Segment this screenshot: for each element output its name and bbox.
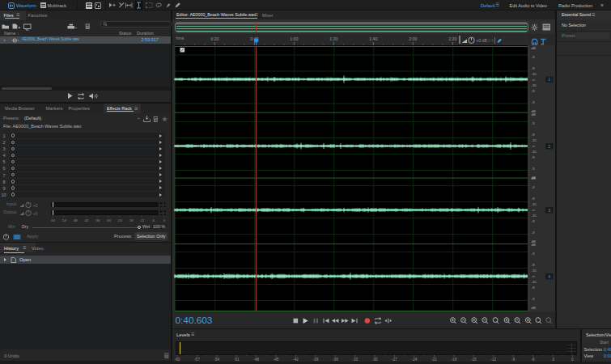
svg-text:-9: -9 <box>532 133 535 137</box>
svg-text:dB: dB <box>532 306 536 310</box>
svg-text:+0: +0 <box>33 203 38 208</box>
svg-text:-18: -18 <box>128 218 134 222</box>
svg-text:dB: dB <box>532 243 536 247</box>
svg-text:-15: -15 <box>532 83 537 87</box>
svg-text:-54: -54 <box>62 218 67 222</box>
svg-text:dB: dB <box>532 112 536 116</box>
svg-text:-15: -15 <box>532 214 537 218</box>
svg-text:-9: -9 <box>532 66 535 70</box>
svg-text:1:20: 1:20 <box>329 36 337 41</box>
svg-text:-3: -3 <box>532 121 535 125</box>
svg-text:-60: -60 <box>50 218 56 222</box>
svg-text:2:20: 2:20 <box>448 36 456 41</box>
svg-text:2:4: 2:4 <box>488 38 494 42</box>
svg-text:-9: -9 <box>532 219 535 223</box>
svg-text:-∞: -∞ <box>532 208 536 212</box>
svg-text:-3: -3 <box>532 185 535 189</box>
svg-text:-9: -9 <box>532 263 535 267</box>
svg-text:-3: -3 <box>532 167 535 171</box>
svg-text:2:00: 2:00 <box>409 36 417 41</box>
svg-text:3: 3 <box>548 208 550 213</box>
svg-text:-9: -9 <box>532 197 535 201</box>
svg-text:-48: -48 <box>72 218 78 222</box>
svg-text:-∞: -∞ <box>532 144 536 148</box>
svg-text:+0: +0 <box>33 211 38 216</box>
svg-text:1:00: 1:00 <box>290 36 298 41</box>
svg-text:4: 4 <box>548 274 550 279</box>
svg-text:0:20: 0:20 <box>210 36 219 41</box>
svg-text:0: 0 <box>163 218 166 222</box>
svg-text:-3: -3 <box>532 252 535 256</box>
svg-text:-30: -30 <box>106 218 112 222</box>
svg-text:-24: -24 <box>117 218 123 222</box>
svg-text:-12: -12 <box>139 218 145 222</box>
svg-text:-15: -15 <box>532 269 537 273</box>
svg-text:-9: -9 <box>532 286 535 290</box>
svg-text:-15: -15 <box>532 72 537 76</box>
svg-text:-∞: -∞ <box>532 274 536 278</box>
svg-text:-3: -3 <box>532 100 535 104</box>
svg-text:dB: dB <box>532 176 536 180</box>
svg-text:dB: dB <box>532 46 536 50</box>
svg-text:-3: -3 <box>532 231 535 235</box>
svg-text:-15: -15 <box>532 280 537 284</box>
svg-text:-15: -15 <box>532 138 537 142</box>
svg-text:-9: -9 <box>532 89 535 93</box>
svg-text:-9: -9 <box>532 155 535 159</box>
svg-text:-3: -3 <box>532 55 535 59</box>
svg-text:2: 2 <box>548 144 550 149</box>
svg-text:-15: -15 <box>532 150 537 154</box>
svg-text:1: 1 <box>548 77 550 82</box>
svg-text:-3: -3 <box>532 297 535 301</box>
svg-text:-36: -36 <box>95 218 100 222</box>
svg-text:+0: +0 <box>477 37 482 42</box>
svg-text:-6: -6 <box>151 218 155 222</box>
svg-text:-15: -15 <box>532 202 537 206</box>
svg-text:1:40: 1:40 <box>369 36 377 41</box>
svg-text:-42: -42 <box>83 218 89 222</box>
svg-text:dB: dB <box>482 37 488 42</box>
svg-text:-∞: -∞ <box>532 78 536 82</box>
